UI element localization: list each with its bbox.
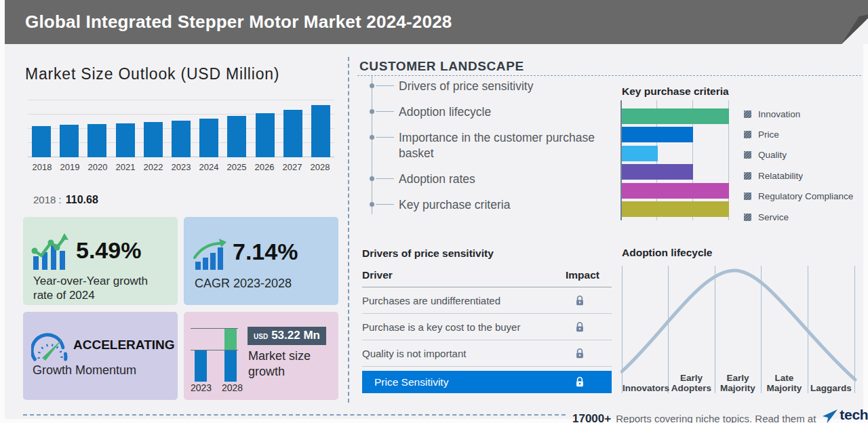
driver-label: Quality is not important (362, 348, 466, 359)
growth-amount: 53.22 Mn (271, 329, 320, 342)
customer-landscape-item: Adoption lifecycle (399, 104, 602, 120)
customer-landscape-item: Importance in the customer purchase bask… (399, 130, 602, 161)
result-label: Price Sensitivity (374, 376, 448, 388)
legend-swatch-icon (744, 131, 751, 138)
adoption-segment-label: Early Adopters (669, 373, 714, 393)
x-tick-label: 2019 (60, 162, 80, 172)
legend-swatch-icon (744, 110, 751, 118)
footer-text: Reports covering niche topics. Read them… (616, 413, 816, 423)
base-year-label: 2018 : (33, 194, 62, 205)
adoption-segment-label: Laggards (809, 383, 854, 393)
market-size-bar-2021 (116, 123, 135, 157)
price-sensitivity-title: Drivers of price sensitivity (362, 247, 494, 260)
footer-dashed-line (23, 414, 566, 416)
adoption-segment-label: Early Majority (715, 373, 760, 393)
legend-label: Regulatory Compliance (758, 191, 853, 201)
yoy-growth-value: 5.49% (76, 237, 141, 264)
mini-bar-2023 (195, 350, 207, 382)
growth-amount-badge: USD53.22 Mn (248, 327, 326, 345)
lock-icon (575, 295, 585, 306)
legend-swatch-icon (744, 214, 751, 221)
x-tick-label: 2025 (226, 162, 247, 172)
dashed-underline (357, 75, 861, 76)
x-tick-label: 2024 (199, 162, 219, 172)
kpc-bar-quality (622, 146, 658, 161)
x-tick-label: 2020 (87, 162, 108, 172)
cagr-card: 7.14% CAGR 2023-2028 (184, 217, 338, 305)
market-size-bar-2023 (172, 121, 191, 157)
legend-swatch-icon (744, 193, 751, 200)
growth-arrow-icon (193, 239, 227, 270)
kpc-bar-innovation (622, 108, 729, 124)
market-size-bar-2019 (60, 125, 79, 157)
kpc-bar-price (622, 127, 693, 142)
price-sensitivity-table: Driver Impact Purchases are undifferenti… (362, 269, 612, 393)
lock-icon (575, 376, 585, 388)
adoption-segment-label: Late Majority (762, 373, 807, 393)
speedometer-icon (31, 328, 71, 362)
vertical-divider (348, 57, 349, 403)
mini-bar-2028 (224, 350, 237, 382)
key-purchase-criteria-title: Key purchase criteria (622, 85, 729, 98)
x-tick-label: 2023 (171, 162, 191, 172)
momentum-label: Growth Momentum (33, 363, 136, 378)
market-size-bar-2020 (87, 124, 106, 157)
legend-item: Innovation (744, 104, 853, 124)
market-size-bar-2025 (227, 116, 246, 157)
driver-label: Purchases are undifferentiated (362, 295, 500, 306)
technavio-logo[interactable]: tech navio (823, 407, 868, 423)
yoy-growth-card: 5.49% Year-over-Year growth rate of 2024 (23, 217, 178, 305)
lock-icon (575, 348, 585, 359)
kpc-bar-relatability (622, 164, 693, 180)
market-size-bar-2018 (32, 126, 51, 157)
driver-row: Purchases are undifferentiated (362, 287, 612, 314)
legend-item: Relatability (744, 165, 853, 186)
legend-swatch-icon (744, 151, 751, 159)
growth-card-label: Market size growth (248, 348, 326, 380)
page-title: Global Integrated Stepper Motor Market 2… (5, 0, 868, 33)
market-size-bar-2022 (144, 122, 163, 157)
customer-landscape-item: Adoption rates (399, 172, 602, 187)
x-tick-label: 2026 (254, 162, 275, 172)
x-tick-label: 2021 (115, 162, 136, 172)
legend-label: Innovation (758, 109, 800, 119)
kpc-bar-service (622, 201, 729, 217)
mini-year-label: 2028 (222, 382, 243, 393)
cagr-value: 7.14% (233, 239, 298, 265)
adoption-lifecycle-title: Adoption lifecycle (622, 247, 713, 259)
x-tick-label: 2018 (32, 162, 52, 172)
driver-column-header: Driver (362, 269, 393, 281)
customer-landscape-item: Key purchase criteria (399, 197, 602, 213)
market-size-bar-2027 (283, 110, 302, 157)
market-size-chart-title: Market Size Outlook (USD Million) (25, 65, 279, 83)
market-size-bar-chart (28, 98, 334, 157)
technavio-mark-icon (823, 409, 837, 423)
driver-row: Purchase is a key cost to the buyer (362, 314, 612, 340)
price-sensitivity-result-row: Price Sensitivity (362, 371, 612, 393)
logo-tech: tech (840, 407, 868, 423)
market-size-bar-2026 (256, 113, 275, 157)
lock-icon (575, 321, 585, 333)
legend-label: Relatability (758, 171, 803, 181)
currency-label: USD (254, 333, 268, 340)
legend-label: Price (758, 129, 779, 140)
impact-column-header: Impact (566, 269, 599, 281)
market-size-bar-2024 (199, 119, 218, 157)
driver-label: Purchase is a key cost to the buyer (362, 321, 520, 333)
report-count: 17000+ (572, 412, 611, 423)
footer: 17000+ Reports covering niche topics. Re… (572, 407, 868, 423)
base-year-value: 110.68 (66, 194, 98, 205)
page-curl-decoration (818, 0, 868, 44)
customer-landscape-title: CUSTOMER LANDSCAPE (359, 59, 524, 74)
legend-item: Quality (744, 145, 853, 165)
yoy-growth-label: Year-over-Year growth rate of 2024 (33, 274, 155, 302)
base-year-annotation: 2018 :110.68 (33, 194, 98, 206)
legend-swatch-icon (744, 172, 751, 180)
momentum-value: ACCELERATING (73, 338, 175, 352)
market-size-growth-card: 2023 2028 USD53.22 Mn Market size growth (184, 312, 338, 400)
x-tick-label: 2022 (143, 162, 163, 172)
bar-trend-icon (31, 233, 69, 270)
mini-year-label: 2023 (191, 382, 212, 393)
legend-item: Regulatory Compliance (744, 186, 853, 207)
legend-item: Price (744, 124, 853, 144)
